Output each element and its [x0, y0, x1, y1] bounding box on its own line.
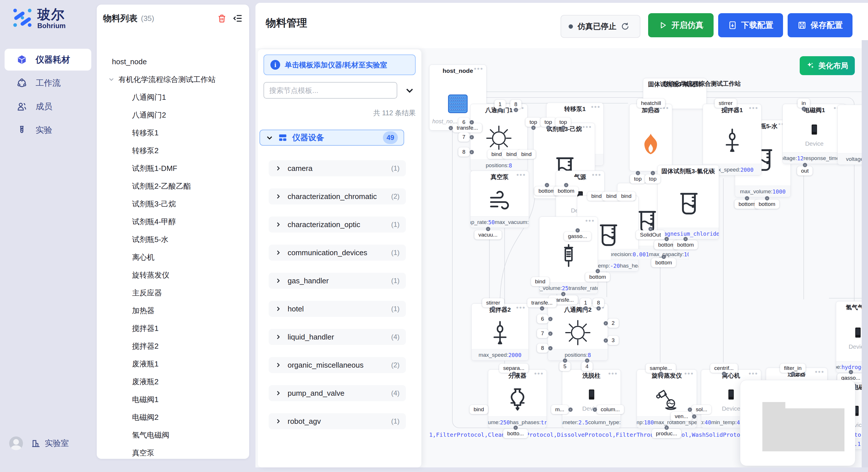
port-chip[interactable]: 7: [537, 329, 548, 338]
category-group-instruments[interactable]: 仪器设备 49: [259, 130, 404, 146]
tree-row[interactable]: 试剂瓶4-甲醇: [97, 213, 249, 231]
canvas-node[interactable]: 搅拌器2●●●max_speed: 2000: [471, 303, 529, 361]
save-config-button[interactable]: 保存配置: [787, 13, 852, 37]
port-chip[interactable]: bind: [470, 405, 488, 414]
port-dot[interactable]: ›: [585, 359, 589, 363]
port-dot[interactable]: ›: [802, 107, 806, 111]
canvas-node[interactable]: 洗脱柱●●●Devicediameter: 2.5 column_type: s…: [562, 369, 621, 428]
category-robot_agv[interactable]: robot_agv(1): [269, 413, 406, 429]
sidebar-item-3[interactable]: 实验: [5, 119, 91, 141]
category-pump_and_valve[interactable]: pump_and_valve(4): [269, 385, 406, 401]
node-menu-icon[interactable]: ●●●: [585, 218, 595, 223]
node-menu-icon[interactable]: ●●●: [516, 305, 526, 310]
canvas-node[interactable]: 加热器●●●: [629, 104, 672, 171]
port-chip[interactable]: botto...: [503, 429, 528, 438]
port-chip[interactable]: top: [630, 174, 646, 183]
category-camera[interactable]: camera(1): [269, 160, 406, 176]
sidebar-item-1[interactable]: 工作流: [5, 72, 91, 94]
port-dot[interactable]: ›: [593, 407, 597, 412]
category-liquid_handler[interactable]: liquid_handler(4): [269, 329, 406, 345]
category-organic_miscellaneous[interactable]: organic_miscellaneous(2): [269, 357, 406, 373]
port-chip[interactable]: 2: [608, 318, 619, 328]
tree-row[interactable]: 转移泵1: [97, 124, 249, 142]
port-dot[interactable]: ›: [486, 227, 490, 231]
tree-row[interactable]: 搅拌器1: [97, 319, 249, 337]
port-dot[interactable]: ›: [548, 332, 553, 336]
canvas-node[interactable]: 固体试剂瓶3-氯化镁●●●agent: magnesium_chloride p…: [657, 165, 719, 239]
port-dot[interactable]: ›: [512, 372, 516, 376]
tree-row[interactable]: 试剂瓶3-己烷: [97, 195, 249, 213]
port-chip[interactable]: 4: [582, 362, 593, 371]
port-chip[interactable]: bind: [617, 192, 636, 201]
port-dot[interactable]: ›: [596, 306, 601, 310]
port-dot[interactable]: ›: [664, 237, 669, 241]
node-menu-icon[interactable]: ●●●: [684, 371, 694, 376]
port-chip[interactable]: 8: [537, 343, 548, 353]
tree-row[interactable]: 转移泵2: [97, 142, 249, 160]
tree-row[interactable]: 八通阀门2: [97, 106, 249, 124]
tree-row-root[interactable]: host_node: [97, 53, 249, 71]
tree-row[interactable]: 试剂瓶5-水: [97, 231, 249, 248]
node-menu-icon[interactable]: ●●●: [815, 369, 825, 374]
port-dot[interactable]: ›: [791, 372, 795, 376]
category-characterization_optic[interactable]: characterization_optic(1): [269, 216, 406, 233]
port-dot[interactable]: ›: [651, 171, 655, 175]
port-dot[interactable]: ›: [568, 407, 572, 412]
tree-row[interactable]: 旋转蒸发仪: [97, 266, 249, 284]
port-chip[interactable]: ven...: [671, 412, 692, 421]
port-chip[interactable]: bottom: [673, 240, 698, 249]
port-chip[interactable]: bind: [531, 277, 549, 286]
tree-row[interactable]: 搅拌器2: [97, 337, 249, 355]
port-dot[interactable]: ›: [563, 359, 567, 363]
canvas-node[interactable]: 电磁阀1●●●Devicevoltage: 12 response_time: …: [782, 104, 846, 164]
port-chip[interactable]: 5: [559, 362, 570, 371]
template-search-input[interactable]: [264, 82, 397, 99]
sidebar-item-0[interactable]: 仪器耗材: [5, 49, 91, 71]
tree-row[interactable]: 试剂瓶1-DMF: [97, 160, 249, 177]
port-dot[interactable]: ›: [603, 338, 608, 343]
canvas-node[interactable]: 八通阀门1●●●positions: 8: [470, 104, 528, 171]
beautify-layout-button[interactable]: 美化布局: [800, 56, 855, 75]
port-dot[interactable]: ›: [724, 107, 728, 111]
trash-icon[interactable]: [217, 13, 227, 23]
port-chip[interactable]: bottom: [651, 258, 676, 267]
port-dot[interactable]: ›: [722, 372, 726, 376]
sidebar-item-lab[interactable]: 实验室: [31, 438, 69, 449]
port-dot[interactable]: ›: [545, 183, 549, 187]
port-chip[interactable]: 7: [458, 133, 470, 142]
node-menu-icon[interactable]: ●●●: [706, 166, 716, 171]
port-dot[interactable]: ›: [470, 135, 474, 139]
port-chip[interactable]: produc...: [652, 429, 681, 438]
port-dot[interactable]: ›: [765, 196, 769, 200]
port-chip[interactable]: m...: [551, 405, 568, 414]
tree-row[interactable]: 八通阀门1: [97, 88, 249, 106]
tree-row[interactable]: 氢气电磁阀: [97, 426, 249, 444]
tree-row[interactable]: 离心机: [97, 248, 249, 266]
port-dot[interactable]: ›: [576, 228, 580, 233]
port-chip[interactable]: sol...: [692, 405, 711, 414]
port-dot[interactable]: ›: [548, 317, 553, 321]
tree-row[interactable]: 加热器: [97, 302, 249, 319]
port-chip[interactable]: bottom: [585, 272, 610, 281]
port-dot[interactable]: ›: [662, 255, 666, 259]
collapse-panel-icon[interactable]: [233, 13, 243, 23]
simulation-status[interactable]: 仿真已停止: [561, 15, 640, 38]
port-dot[interactable]: ›: [448, 126, 453, 130]
sidebar-item-2[interactable]: 成员: [5, 96, 91, 117]
canvas-node[interactable]: 八通阀门2●●●positions: 8: [548, 303, 608, 361]
port-dot[interactable]: ›: [688, 407, 692, 412]
port-dot[interactable]: ›: [470, 150, 474, 154]
port-dot[interactable]: ›: [649, 107, 653, 111]
port-dot[interactable]: ›: [561, 292, 565, 296]
port-dot[interactable]: ›: [664, 426, 669, 430]
tree-row[interactable]: 试剂瓶2-乙酸乙酯: [97, 177, 249, 195]
canvas-node[interactable]: 分液器●●●volume: 250 has_phases: true: [488, 369, 547, 428]
tree-row[interactable]: 电磁阀2: [97, 408, 249, 426]
category-hotel[interactable]: hotel(1): [269, 301, 406, 317]
download-config-button[interactable]: 下载配置: [718, 13, 783, 37]
scrollbar-track[interactable]: [862, 40, 868, 467]
port-dot[interactable]: ›: [603, 321, 608, 326]
tree-row[interactable]: 电磁阀1: [97, 391, 249, 408]
node-menu-icon[interactable]: ●●●: [534, 371, 544, 376]
chevron-down-icon[interactable]: [405, 86, 414, 95]
